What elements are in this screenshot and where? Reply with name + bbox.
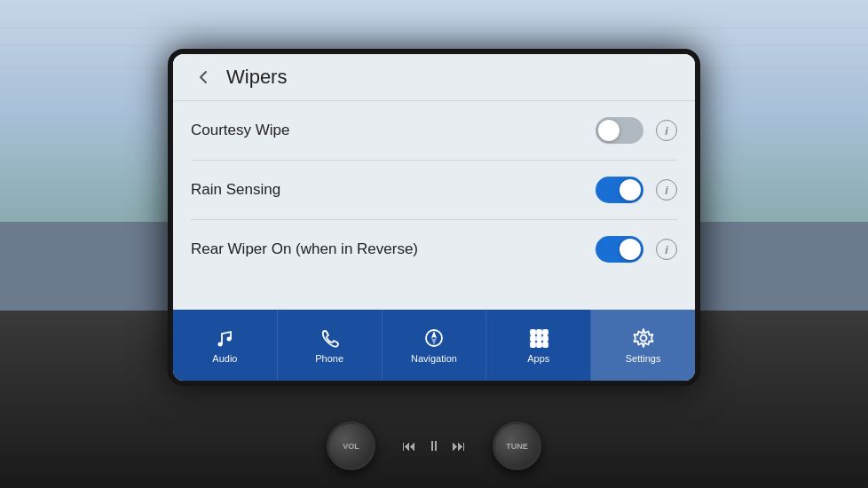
svg-rect-12	[537, 342, 541, 347]
grid-icon	[527, 327, 550, 350]
play-pause-button[interactable]: ⏸	[427, 438, 441, 454]
nav-item-phone[interactable]: Phone	[278, 310, 383, 381]
rear-wiper-controls: i	[596, 236, 677, 263]
svg-rect-6	[537, 330, 541, 335]
rain-sensing-controls: i	[596, 177, 677, 203]
tune-knob[interactable]: TUNE	[493, 421, 541, 470]
nav-item-apps[interactable]: Apps	[486, 310, 591, 381]
svg-marker-4	[431, 338, 437, 345]
svg-marker-3	[431, 331, 437, 338]
rain-sensing-toggle[interactable]	[596, 177, 643, 203]
phone-icon	[318, 327, 341, 350]
svg-rect-10	[543, 336, 548, 341]
rewind-button[interactable]: ⏮	[402, 438, 416, 454]
courtesy-wipe-controls: i	[596, 117, 677, 144]
nav-apps-label: Apps	[527, 353, 549, 364]
nav-item-audio[interactable]: Audio	[173, 310, 278, 381]
tune-label: TUNE	[506, 442, 528, 451]
rear-wiper-info[interactable]: i	[656, 239, 677, 260]
physical-controls: VOL ⏮ ⏸ ⏭ TUNE	[327, 421, 541, 470]
infotainment-screen: Wipers Courtesy Wipe i Rain Sensing	[168, 49, 700, 386]
settings-list: Courtesy Wipe i Rain Sensing	[173, 101, 695, 310]
svg-point-14	[640, 335, 646, 342]
svg-rect-9	[537, 336, 541, 341]
screen-header: Wipers	[173, 54, 695, 101]
svg-rect-5	[531, 330, 535, 335]
nav-item-navigation[interactable]: Navigation	[383, 310, 487, 381]
rear-wiper-toggle[interactable]	[596, 236, 643, 263]
nav-audio-label: Audio	[212, 353, 237, 364]
nav-settings-label: Settings	[626, 353, 661, 364]
courtesy-wipe-toggle[interactable]	[596, 117, 643, 144]
rear-wiper-label: Rear Wiper On (when in Reverse)	[191, 240, 596, 258]
page-title: Wipers	[226, 66, 287, 89]
svg-rect-13	[543, 342, 548, 347]
toggle-knob	[619, 179, 641, 201]
toggle-knob	[619, 239, 641, 260]
courtesy-wipe-label: Courtesy Wipe	[191, 122, 596, 139]
forward-button[interactable]: ⏭	[452, 438, 466, 454]
back-button[interactable]	[191, 65, 216, 90]
gear-icon	[632, 327, 655, 350]
rain-sensing-row: Rain Sensing i	[191, 161, 677, 220]
bottom-nav: Audio Phone Navigation	[173, 310, 695, 381]
vol-label: VOL	[343, 442, 359, 451]
media-controls: ⏮ ⏸ ⏭	[402, 438, 466, 454]
svg-point-1	[227, 337, 232, 342]
content-area: Wipers Courtesy Wipe i Rain Sensing	[173, 54, 695, 310]
nav-item-settings[interactable]: Settings	[591, 310, 695, 381]
nav-navigation-label: Navigation	[411, 353, 457, 364]
svg-point-0	[218, 342, 223, 347]
vol-knob[interactable]: VOL	[327, 421, 375, 470]
nav-phone-label: Phone	[315, 353, 343, 364]
toggle-knob	[598, 120, 619, 141]
screen-display: Wipers Courtesy Wipe i Rain Sensing	[173, 54, 695, 381]
courtesy-wipe-row: Courtesy Wipe i	[191, 101, 677, 161]
rain-sensing-info[interactable]: i	[656, 179, 677, 201]
svg-rect-8	[531, 336, 535, 341]
svg-rect-7	[543, 330, 548, 335]
courtesy-wipe-info[interactable]: i	[656, 120, 677, 141]
music-note-icon	[213, 327, 236, 350]
rain-sensing-label: Rain Sensing	[191, 181, 596, 199]
compass-icon	[422, 327, 446, 350]
rear-wiper-row: Rear Wiper On (when in Reverse) i	[191, 220, 677, 279]
svg-rect-11	[531, 342, 535, 347]
